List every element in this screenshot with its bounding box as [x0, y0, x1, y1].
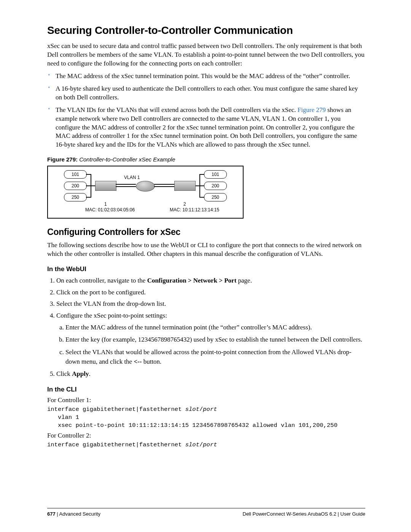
controller-number: 1	[104, 201, 107, 207]
heading-3-webui: In the WebUI	[47, 265, 365, 273]
cli-lead: For Controller 2:	[47, 432, 365, 439]
substeps: Enter the MAC address of the tunnel term…	[56, 323, 365, 367]
figure-line	[86, 174, 91, 175]
router-icon	[136, 181, 155, 192]
xsec-topology-figure: 101 200 250 101 200 250 VLAN 1 1 MAC: 01…	[47, 166, 244, 219]
footer-section: Advanced Security	[59, 511, 100, 517]
controller-number: 2	[183, 201, 186, 207]
figure-line	[116, 184, 136, 185]
step-text: page.	[236, 277, 252, 284]
figure-line	[91, 185, 95, 186]
figure-caption: Figure 279: Controller-to-Controller xSe…	[47, 156, 365, 163]
figure-line	[86, 197, 91, 198]
vlan-chip: 250	[204, 193, 227, 201]
heading-1: Securing Controller-to-Controller Commun…	[47, 24, 365, 37]
substep-item: Enter the key (for example, 123456789876…	[65, 335, 365, 345]
vlan-chip: 101	[204, 170, 227, 179]
controller-mac: MAC: 10:11:12:13:14:15	[170, 207, 219, 212]
switch-icon	[174, 181, 196, 191]
figure-line	[116, 186, 136, 187]
footer-right: Dell PowerConnect W-Series ArubaOS 6.2 |…	[243, 511, 366, 517]
code-variable: slot	[185, 406, 199, 413]
vlan-chip: 250	[64, 193, 87, 201]
code-text: vlan 1	[47, 414, 79, 421]
heading-3-cli: In the CLI	[47, 386, 365, 393]
step-item: On each controller, navigate to the Conf…	[56, 276, 365, 286]
code-text: /	[199, 406, 203, 413]
step-text: Configure the xSec point-to-point settin…	[56, 312, 167, 319]
code-block: interface gigabitethernet|fastethernet s…	[47, 406, 365, 430]
cli-lead: For Controller 1:	[47, 396, 365, 404]
code-variable: port	[203, 441, 217, 448]
code-block: interface gigabitethernet|fastethernet s…	[47, 441, 365, 449]
step-item: Select the VLAN from the drop-down list.	[56, 299, 365, 309]
vlan-label: VLAN 1	[124, 175, 140, 180]
code-text: interface gigabitethernet|fastethernet	[47, 406, 185, 413]
substep-text: Select the VLANs that would be allowed a…	[65, 348, 351, 365]
substep-item: Enter the MAC address of the tunnel term…	[65, 323, 365, 332]
ui-path: Configuration > Network > Port	[147, 277, 237, 284]
figure-line	[154, 184, 174, 185]
vlan-chip: 101	[64, 170, 87, 179]
controller-mac: MAC: 01:02:03:04:05:06	[85, 207, 135, 212]
substep-text: button.	[142, 358, 161, 365]
figure-caption-label: Figure 279:	[47, 156, 78, 163]
figure-crossref-link[interactable]: Figure 279	[298, 106, 326, 113]
footer-rule	[47, 508, 365, 508]
bullet-list: The MAC address of the xSec tunnel termi…	[47, 72, 365, 150]
code-text: interface gigabitethernet|fastethernet	[47, 441, 185, 448]
heading-2: Configuring Controllers for xSec	[47, 227, 365, 237]
figure-line	[86, 185, 91, 186]
intro-paragraph: xSec can be used to secure data and cont…	[47, 42, 365, 68]
step-item: Click Apply.	[56, 369, 365, 379]
substep-item: Select the VLANs that would be allowed a…	[65, 348, 365, 366]
figure-line	[199, 174, 200, 198]
vlan-chip: 200	[204, 182, 227, 190]
step-item: Click on the port to be configured.	[56, 288, 365, 297]
step-text: On each controller, navigate to the	[56, 277, 147, 284]
footer-left: 677 | Advanced Security	[47, 511, 100, 517]
footer-sep: |	[56, 511, 59, 517]
bullet-item: The MAC address of the xSec tunnel termi…	[56, 72, 365, 81]
step-text: .	[89, 370, 91, 377]
switch-icon	[95, 181, 116, 191]
page-number: 677	[47, 511, 56, 517]
figure-line	[154, 186, 174, 187]
code-text: /	[199, 441, 203, 448]
step-text: Click	[56, 370, 72, 377]
page: Securing Controller-to-Controller Commun…	[0, 0, 411, 532]
ui-button-label: <--	[134, 358, 142, 365]
bullet-item: The VLAN IDs for the VLANs that will ext…	[56, 106, 365, 150]
page-footer: 677 | Advanced Security Dell PowerConnec…	[47, 511, 365, 517]
figure-caption-title: Controller-to-Controller xSec Example	[78, 156, 175, 163]
webui-steps: On each controller, navigate to the Conf…	[47, 276, 365, 379]
code-variable: port	[203, 406, 217, 413]
code-variable: slot	[185, 441, 199, 448]
bullet-text: The VLAN IDs for the VLANs that will ext…	[56, 106, 298, 113]
ui-button-label: Apply	[72, 370, 89, 377]
vlan-chip: 200	[64, 182, 87, 190]
config-intro-paragraph: The following sections describe how to u…	[47, 241, 365, 259]
step-item: Configure the xSec point-to-point settin…	[56, 311, 365, 366]
code-text: xsec point-to-point 10:11:12:13:14:15 12…	[47, 422, 338, 429]
bullet-item: A 16-byte shared key used to authenticat…	[56, 85, 365, 102]
